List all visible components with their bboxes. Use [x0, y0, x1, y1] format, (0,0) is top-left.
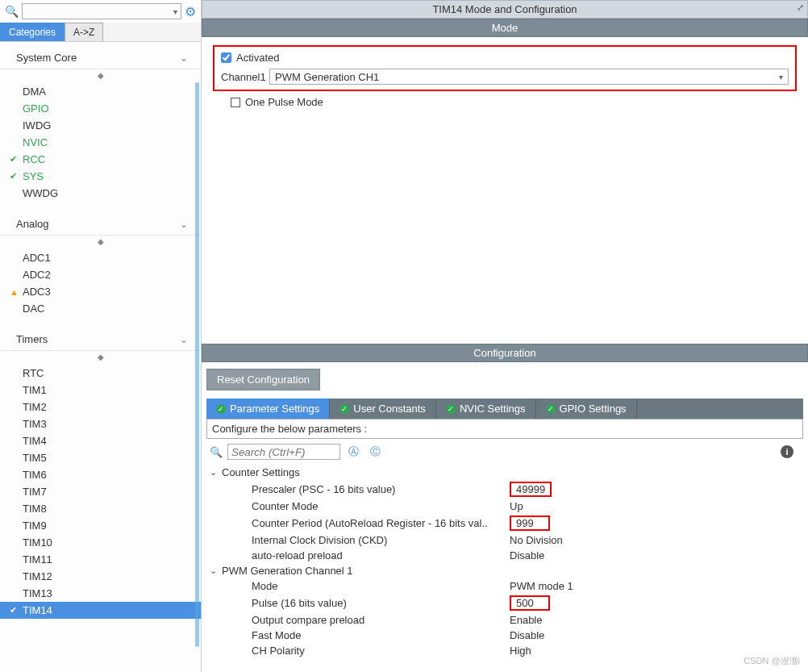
param-name: Prescaler (PSC - 16 bits value) [252, 483, 510, 495]
param-value[interactable]: Up [510, 500, 523, 512]
peripheral-label: GPIO [23, 102, 49, 115]
one-pulse-checkbox[interactable] [231, 98, 240, 107]
peripheral-item-gpio[interactable]: GPIO [0, 100, 201, 117]
configuration-section-bar: Configuration [202, 344, 808, 362]
peripheral-item-iwdg[interactable]: IWDG [0, 117, 201, 134]
peripheral-item-tim8[interactable]: TIM8 [0, 500, 201, 517]
channel1-select[interactable]: PWM Generation CH1 ▾ [269, 69, 789, 85]
param-value[interactable]: 999 [510, 515, 550, 531]
peripheral-label: IWDG [23, 119, 51, 131]
gear-icon[interactable]: ⚙ [185, 4, 196, 19]
search-icon: 🔍 [5, 5, 19, 18]
scrollbar[interactable] [195, 82, 199, 647]
tab-nvic-settings[interactable]: ✓NVIC Settings [436, 399, 536, 419]
peripheral-item-tim5[interactable]: TIM5 [0, 449, 201, 466]
chevron-down-icon: ⌄ [180, 52, 188, 64]
peripheral-item-rcc[interactable]: ✔RCC [0, 151, 201, 168]
peripheral-item-adc1[interactable]: ADC1 [0, 249, 201, 266]
peripheral-label: TIM1 [23, 384, 47, 396]
param-value[interactable]: PWM mode 1 [510, 580, 573, 592]
peripheral-item-nvic[interactable]: NVIC [0, 134, 201, 151]
filter-row: 🔍 Ⓐ Ⓒ i [206, 439, 803, 465]
peripheral-label: DMA [23, 86, 46, 98]
param-value[interactable]: Disable [510, 629, 544, 641]
category-header[interactable]: Analog⌄ [0, 213, 201, 236]
peripheral-item-adc2[interactable]: ADC2 [0, 266, 201, 283]
category-header[interactable]: System Core⌄ [0, 47, 201, 69]
mode-body: Activated Channel1 PWM Generation CH1 ▾ … [202, 37, 808, 344]
peripheral-label: TIM6 [23, 469, 47, 481]
param-search-input[interactable] [227, 444, 340, 460]
peripheral-item-tim11[interactable]: TIM11 [0, 551, 201, 568]
peripheral-item-tim6[interactable]: TIM6 [0, 466, 201, 483]
peripheral-item-tim12[interactable]: TIM12 [0, 568, 201, 585]
param-name: Pulse (16 bits value) [252, 597, 510, 609]
category-header[interactable]: Timers⌄ [0, 328, 201, 351]
tab-parameter-settings[interactable]: ✓Parameter Settings [206, 399, 330, 419]
param-row[interactable]: ModePWM mode 1 [210, 578, 800, 594]
right-panel: TIM14 Mode and Configuration ⤢ Mode Acti… [202, 0, 808, 672]
param-row[interactable]: Counter Period (AutoReload Register - 16… [210, 514, 800, 532]
peripheral-label: ADC3 [23, 286, 51, 298]
tab-user-constants[interactable]: ✓User Constants [330, 399, 436, 419]
peripheral-item-wwdg[interactable]: WWDG [0, 185, 201, 202]
param-row[interactable]: Output compare preloadEnable [210, 612, 800, 628]
config-description: Configure the below parameters : [206, 419, 803, 439]
param-row[interactable]: Prescaler (PSC - 16 bits value)49999 [210, 480, 800, 499]
param-row[interactable]: auto-reload preloadDisable [210, 548, 800, 563]
peripheral-item-tim1[interactable]: TIM1 [0, 382, 201, 399]
sort-handle[interactable]: ◆ [0, 236, 201, 248]
peripheral-item-tim4[interactable]: TIM4 [0, 432, 201, 449]
param-row[interactable]: Internal Clock Division (CKD)No Division [210, 532, 800, 548]
info-icon[interactable]: i [781, 445, 793, 458]
peripheral-label: TIM2 [23, 401, 47, 413]
tab-gpio-settings[interactable]: ✓GPIO Settings [536, 399, 637, 419]
sort-handle[interactable]: ◆ [0, 69, 201, 81]
peripheral-label: RCC [23, 153, 45, 165]
tab-a-z[interactable]: A->Z [65, 23, 103, 41]
peripheral-label: RTC [23, 367, 44, 379]
peripheral-label: TIM12 [23, 570, 52, 582]
param-group-header[interactable]: ⌄PWM Generation Channel 1 [210, 563, 800, 578]
param-value[interactable]: Enable [510, 614, 542, 626]
param-value[interactable]: No Division [510, 534, 563, 546]
peripheral-item-dac[interactable]: DAC [0, 300, 201, 317]
mode-highlight-box: Activated Channel1 PWM Generation CH1 ▾ [213, 45, 797, 91]
peripheral-item-tim7[interactable]: TIM7 [0, 483, 201, 500]
mode-section-bar: Mode [202, 19, 808, 37]
param-group-header[interactable]: ⌄Counter Settings [210, 465, 800, 480]
next-match-button[interactable]: Ⓒ [367, 445, 384, 459]
chevron-down-icon: ⌄ [180, 219, 188, 230]
param-value[interactable]: 500 [510, 595, 550, 611]
param-row[interactable]: Counter ModeUp [210, 499, 800, 514]
param-value[interactable]: Disable [510, 549, 544, 561]
activated-checkbox[interactable] [221, 52, 231, 63]
peripheral-label: TIM10 [23, 536, 52, 549]
expand-icon[interactable]: ⤢ [797, 2, 804, 13]
peripheral-search-combo[interactable]: ▾ [22, 3, 181, 19]
peripheral-item-tim14[interactable]: ✔TIM14 [0, 602, 201, 619]
peripheral-item-dma[interactable]: DMA [0, 83, 201, 100]
peripheral-item-tim13[interactable]: TIM13 [0, 585, 201, 602]
peripheral-label: TIM9 [23, 520, 47, 532]
sort-handle[interactable]: ◆ [0, 351, 201, 363]
param-row[interactable]: Pulse (16 bits value)500 [210, 594, 800, 612]
peripheral-item-sys[interactable]: ✔SYS [0, 168, 201, 185]
reset-configuration-button[interactable]: Reset Configuration [206, 369, 320, 390]
peripheral-item-rtc[interactable]: RTC [0, 365, 201, 382]
peripheral-item-tim2[interactable]: TIM2 [0, 399, 201, 415]
param-value[interactable]: 49999 [510, 482, 552, 497]
peripheral-label: ADC1 [23, 252, 51, 264]
peripheral-item-tim3[interactable]: TIM3 [0, 415, 201, 432]
peripheral-item-tim9[interactable]: TIM9 [0, 517, 201, 534]
category-label: Analog [16, 218, 48, 230]
prev-match-button[interactable]: Ⓐ [345, 445, 362, 459]
param-value[interactable]: High [510, 645, 531, 657]
peripheral-item-tim10[interactable]: TIM10 [0, 534, 201, 551]
peripheral-label: DAC [23, 303, 44, 315]
category-tabs: Categories A->Z [0, 23, 201, 42]
tab-categories[interactable]: Categories [0, 23, 65, 41]
param-row[interactable]: Fast ModeDisable [210, 628, 800, 643]
peripheral-item-adc3[interactable]: ▲ADC3 [0, 283, 201, 300]
param-row[interactable]: CH PolarityHigh [210, 643, 800, 658]
